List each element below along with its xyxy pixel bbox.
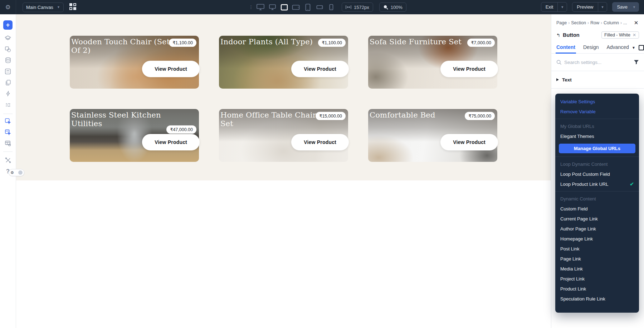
layout-grid-button[interactable] [69,3,77,11]
product-price-badge: ₹1,100.00 [169,39,196,47]
layers-icon[interactable] [0,33,16,44]
width-arrows-icon [346,5,351,9]
dropdown-item-page-link[interactable]: Page Link [555,254,639,264]
breadcrumb-item-[interactable]: ... [623,20,627,25]
table-settings-icon[interactable] [0,138,16,149]
builder-interface-toggle[interactable]: ⚙ [9,169,24,176]
preview-label: Preview [572,4,597,10]
element-box-icon[interactable] [639,45,644,50]
sidebar-divider [3,114,13,114]
view-product-button[interactable]: View Product [142,134,200,150]
device-phone-portrait-icon[interactable] [327,3,336,11]
select-module-icon[interactable] [0,115,16,126]
sidebar-divider [3,151,13,152]
product-card[interactable]: Stainless Steel Kitchen Utilities ₹47,00… [70,109,199,162]
canvas-selector-dropdown[interactable]: Main Canvas ▼ [23,3,64,12]
more-options-icon[interactable]: ⋮ [249,6,253,8]
lightning-icon[interactable] [0,88,16,99]
dropdown-item-post-link[interactable]: Post Link [555,244,639,254]
breadcrumb-item-section[interactable]: Section [571,20,586,25]
dropdown-item-homepage-link[interactable]: Homepage Link [555,234,639,244]
view-product-button[interactable]: View Product [440,134,498,150]
section-toggle-text[interactable]: Text [551,71,644,89]
dropdown-item-product-link[interactable]: Product Link [555,284,639,294]
dropdown-item-loop-product-link-url[interactable]: Loop Product Link URL ✔ [555,179,639,189]
check-icon: ✔ [630,181,634,187]
breadcrumb-separator: › [601,20,602,25]
list-lines-icon[interactable] [0,99,16,110]
device-current-breakpoint-icon[interactable] [280,3,288,11]
database-icon[interactable] [0,55,16,66]
product-card[interactable]: Sofa Side Furniture Set ₹7,000.00 View P… [368,36,497,89]
zoom-control[interactable]: 100% [379,3,406,12]
exit-dropdown-chevron[interactable]: ▼ [557,3,567,11]
dropdown-item-custom-field[interactable]: Custom Field [555,204,639,214]
dropdown-item-elegant-themes[interactable]: Elegant Themes [555,131,639,141]
preview-dropdown-chevron[interactable]: ▼ [598,3,607,11]
save-dropdown-chevron[interactable]: ▼ [632,3,639,11]
dropdown-item-label: Post Link [560,246,579,252]
filter-funnel-icon[interactable] [634,60,639,65]
tab-advanced[interactable]: Advanced [606,44,629,53]
product-price-badge: ₹75,000.00 [465,112,495,120]
tab-content[interactable]: Content [556,44,575,53]
dropdown-item-loop-post-custom-field[interactable]: Loop Post Custom Field [555,169,639,179]
select-row-icon[interactable] [0,126,16,138]
settings-search [551,54,644,71]
breadcrumb-item-column[interactable]: Column [604,20,619,25]
view-product-button[interactable]: View Product [291,134,349,150]
product-card[interactable]: Wooden Touch Chair (Set Of 2) ₹1,100.00 … [70,36,199,89]
dropdown-item-media-link[interactable]: Media Link [555,264,639,274]
builder-settings-gear-icon[interactable]: ⚙ [0,0,16,14]
device-tablet-landscape-icon[interactable] [292,3,300,11]
product-card[interactable]: Home Office Table Chair Set ₹15,000.00 V… [219,109,348,162]
dropdown-item-label: Homepage Link [560,236,593,242]
device-phone-landscape-icon[interactable] [315,3,324,11]
product-title: Comfortable Bed [370,111,435,119]
canvas-width-input[interactable]: 1572px [342,3,373,12]
tab-design[interactable]: Design [583,44,599,53]
view-product-button[interactable]: View Product [142,61,200,77]
dropdown-item-current-page-link[interactable]: Current Page Link [555,214,639,224]
tabs-chevron-down-icon[interactable]: ▼ [632,46,635,50]
dropdown-item-label: Loop Post Custom Field [560,172,610,177]
dropdown-item-speculation-rule-link[interactable]: Speculation Rule Link [555,294,639,304]
breadcrumb-item-page[interactable]: Page [556,20,567,25]
back-level-icon[interactable]: ↰ [556,33,560,38]
dropdown-item-label: Custom Field [560,206,588,212]
view-product-button[interactable]: View Product [291,61,349,77]
device-desktop-large-icon[interactable] [256,3,265,11]
device-desktop-icon[interactable] [268,3,277,11]
product-title: Indoor Plants (All Type) [220,38,313,46]
product-card[interactable]: Indoor Plants (All Type) ₹1,100.00 View … [219,36,348,89]
view-product-button[interactable]: View Product [440,61,498,77]
tools-icon[interactable] [0,155,16,166]
close-icon[interactable]: ✕ [633,20,639,26]
exit-button[interactable]: Exit ▼ [541,2,567,12]
style-preset-tag[interactable]: Filled - White ✕ [601,31,639,39]
zoom-magnifier-icon [383,5,388,10]
save-button[interactable]: Save ▼ [612,2,639,12]
preview-button[interactable]: Preview ▼ [572,2,607,12]
manage-global-urls-button[interactable]: Manage Global URLs [559,144,635,153]
add-module-button[interactable]: + [3,20,13,30]
dropdown-item-author-page-link[interactable]: Author Page Link [555,224,639,234]
design-presets-icon[interactable] [0,44,16,55]
breadcrumb-separator: › [587,20,589,25]
module-settings-icon[interactable] [0,66,16,77]
dynamic-content-dropdown: Variable SettingsRemove VariableMy Globa… [555,94,639,313]
dropdown-item-label: Loop Product Link URL [560,182,608,187]
remove-preset-icon[interactable]: ✕ [633,33,636,38]
dropdown-divider [555,119,639,119]
device-tablet-portrait-icon[interactable] [303,3,312,11]
product-card[interactable]: Comfortable Bed ₹75,000.00 View Product [368,109,497,162]
variable-settings-link[interactable]: Variable Settings [555,96,639,106]
copy-pages-icon[interactable] [0,77,16,88]
dropdown-divider [555,156,639,157]
product-title: Wooden Touch Chair (Set Of 2) [71,38,179,55]
search-input[interactable] [564,60,634,65]
remove-variable-link[interactable]: Remove Variable [555,106,639,116]
dropdown-item-project-link[interactable]: Project Link [555,274,639,284]
breadcrumb-item-row[interactable]: Row [590,20,599,25]
dropdown-item-label: Elegant Themes [560,134,594,139]
